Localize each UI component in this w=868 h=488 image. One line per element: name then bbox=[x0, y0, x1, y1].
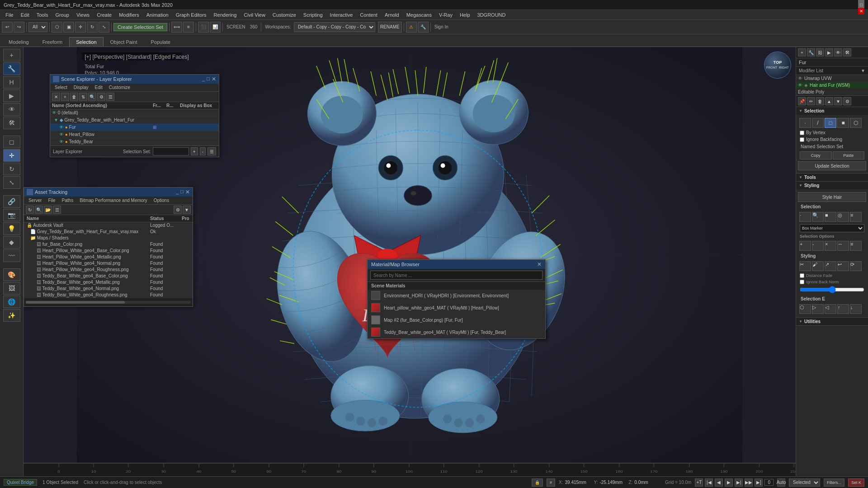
mat-teddy[interactable]: Teddy_Bear_white_geo4_MAT ( VRayMtl ) [F… bbox=[368, 326, 545, 338]
motion-icon[interactable]: ▶ bbox=[3, 89, 20, 102]
hierarchy-icon[interactable]: H bbox=[3, 76, 20, 89]
asset-btn2[interactable]: 🔍 bbox=[35, 206, 43, 214]
move-down-modifier[interactable]: ▼ bbox=[834, 97, 842, 105]
rp-tool3[interactable]: ⛓ bbox=[816, 48, 824, 56]
sele-btn5[interactable]: ↓ bbox=[850, 304, 862, 314]
stsel-btn2[interactable]: 🔍 bbox=[812, 212, 824, 222]
move-up-modifier[interactable]: ▲ bbox=[825, 97, 833, 105]
menu-content[interactable]: Content bbox=[356, 11, 381, 19]
material-icon[interactable]: 🎨 bbox=[3, 268, 20, 281]
stbot-btn5[interactable]: ⟳ bbox=[850, 261, 862, 271]
by-vertex-check[interactable] bbox=[800, 131, 804, 135]
menu-create[interactable]: Create bbox=[93, 11, 115, 19]
menu-arnold[interactable]: Arnold bbox=[381, 11, 403, 19]
options-btn[interactable]: ☰ bbox=[106, 93, 114, 101]
asset-tracking-title[interactable]: Asset Tracking _ □ ✕ bbox=[24, 188, 193, 197]
stbot-btn3[interactable]: ↗ bbox=[825, 261, 836, 271]
menu-tools[interactable]: Tools bbox=[33, 11, 52, 19]
mat-fur-map[interactable]: Map #2 (fur_Base_Color.png) [Fur, Fur] bbox=[368, 314, 545, 326]
set-key-btn[interactable]: Set K bbox=[848, 479, 864, 487]
asset-paths[interactable]: Paths bbox=[59, 197, 76, 203]
asset-bitmap[interactable]: Bitmap Performance and Memory bbox=[77, 197, 150, 203]
align-btn[interactable]: ≡ bbox=[183, 22, 194, 33]
env-icon[interactable]: 🌐 bbox=[3, 296, 20, 308]
filter-btn[interactable]: 🔍 bbox=[88, 93, 96, 101]
asset-teddy-roughness[interactable]: 🖼 Teddy_Bear_White_geo4_Roughness.png Fo… bbox=[24, 292, 193, 298]
timeline[interactable]: 0 10 20 30 40 50 60 70 bbox=[24, 463, 796, 476]
modifier-list-header[interactable]: Modifier List ▼ bbox=[796, 67, 868, 75]
mat-close[interactable]: ✕ bbox=[537, 261, 542, 267]
toolbar-redo[interactable]: ↪ bbox=[14, 22, 24, 33]
stsel-btn1[interactable]: · bbox=[799, 212, 811, 222]
menu-vray[interactable]: V-Ray bbox=[435, 11, 456, 19]
sele-btn2[interactable]: ▷ bbox=[812, 304, 824, 314]
scene-explorer-title[interactable]: Scene Explorer - Layer Explorer _ □ ✕ bbox=[50, 75, 219, 84]
sel-set-options[interactable]: ☰ bbox=[208, 147, 216, 155]
asset-config[interactable]: ⚙ bbox=[174, 206, 182, 214]
modifier-editable-poly[interactable]: Editable Poly bbox=[796, 89, 868, 95]
spline-icon[interactable]: 〰 bbox=[3, 249, 20, 262]
asset-fur-base[interactable]: 🖼 fur_Base_Color.png Found bbox=[24, 241, 193, 248]
stsel-btn4[interactable]: ◎ bbox=[837, 212, 849, 222]
asset-teddy-normal[interactable]: 🖼 Teddy_Bear_White_geo4_Normal.png Found bbox=[24, 286, 193, 292]
asset-heart-normal[interactable]: 🖼 Heart_Pillow_White_geo4_Normal.png Fou… bbox=[24, 260, 193, 267]
sel-border-btn[interactable]: □ bbox=[825, 118, 836, 128]
asset-scrollbar[interactable] bbox=[24, 298, 193, 306]
delete-modifier[interactable]: 🗑 bbox=[816, 97, 824, 105]
layer-teddy-bear[interactable]: 👁 ● Teddy_Bear bbox=[50, 138, 219, 145]
asset-close[interactable]: ✕ bbox=[185, 189, 190, 195]
select-scale[interactable]: ⤡ bbox=[99, 22, 109, 33]
rp-tool4[interactable]: ▶ bbox=[825, 48, 833, 56]
sele-btn3[interactable]: ◁ bbox=[825, 304, 836, 314]
style-hair-btn[interactable]: Style Hair bbox=[798, 192, 866, 202]
layer-default[interactable]: 👁 0 (default) bbox=[50, 109, 219, 117]
config-btn[interactable]: ⚙ bbox=[97, 93, 105, 101]
navigation-cube[interactable]: TOPFRONT RIGHT bbox=[764, 52, 791, 79]
select-region[interactable]: ▣ bbox=[63, 22, 74, 33]
filters-btn[interactable]: Filters... bbox=[824, 479, 844, 487]
copy-sel-btn[interactable]: Copy bbox=[800, 151, 832, 160]
menu-select[interactable]: Select bbox=[52, 84, 70, 90]
add-layer-btn[interactable]: + bbox=[61, 93, 69, 101]
rp-tool6[interactable]: 🛠 bbox=[843, 48, 851, 56]
menu-views[interactable]: Views bbox=[73, 11, 93, 19]
selection-header[interactable]: Selection bbox=[796, 107, 868, 115]
auto-btn[interactable]: Auto bbox=[777, 479, 785, 487]
warning-btn[interactable]: ⚠ bbox=[406, 22, 417, 33]
menu-edit[interactable]: Edit bbox=[17, 11, 33, 19]
ignore-backfacing-check[interactable] bbox=[800, 137, 804, 142]
selopt-btn4[interactable]: ↔ bbox=[837, 241, 849, 251]
sel-edge-btn[interactable]: / bbox=[812, 118, 824, 128]
stsel-btn3[interactable]: ■ bbox=[825, 212, 836, 222]
sel-poly-btn[interactable]: ■ bbox=[837, 118, 849, 128]
grid-status[interactable]: # bbox=[547, 479, 555, 487]
fx-icon[interactable]: ✨ bbox=[3, 309, 20, 322]
hairfur-visibility[interactable]: 👁 bbox=[798, 83, 802, 88]
pin-icon[interactable]: 📌 bbox=[798, 97, 806, 105]
stsel-btn5[interactable]: ≡ bbox=[850, 212, 862, 222]
scene-btn[interactable]: 🔧 bbox=[418, 22, 429, 33]
select-object[interactable]: ⬡ bbox=[52, 22, 62, 33]
selection-set-input[interactable] bbox=[153, 147, 189, 155]
dist-fade-check[interactable] bbox=[800, 273, 804, 278]
asset-server[interactable]: Server bbox=[26, 197, 44, 203]
sele-btn1[interactable]: ⬡ bbox=[799, 304, 811, 314]
create-selection-set-button[interactable]: Create Selection Set bbox=[113, 23, 167, 31]
snap-icon[interactable]: 🔗 bbox=[3, 195, 20, 208]
rp-tool2[interactable]: 🔧 bbox=[807, 48, 815, 56]
unwrap-visibility[interactable]: 👁 bbox=[798, 76, 802, 81]
utilities-header[interactable]: Utilities bbox=[796, 318, 868, 325]
modifier-hair-fur[interactable]: 👁 ◈ Hair and Fur (WSM) bbox=[796, 82, 868, 89]
menu-group[interactable]: Group bbox=[52, 11, 73, 19]
scene-explorer-restore[interactable]: □ bbox=[207, 76, 210, 82]
layer-heart-pillow[interactable]: 👁 ● Heart_Pillow bbox=[50, 131, 219, 138]
selopt-btn5[interactable]: ≡ bbox=[850, 241, 862, 251]
asset-teddy-base[interactable]: 🖼 Teddy_Bear_White_geo4_Base_Color.png F… bbox=[24, 273, 193, 279]
modifier-unwrap[interactable]: 👁 Unwrap UVW bbox=[796, 75, 868, 82]
asset-vault[interactable]: 🔒 Autodesk Vault Logged O... bbox=[24, 222, 193, 229]
asset-heart-roughness[interactable]: 🖼 Heart_Pillow_White_geo4_Roughness.png … bbox=[24, 267, 193, 273]
menu-file[interactable]: File bbox=[2, 11, 17, 19]
menu-customize[interactable]: Customize bbox=[269, 11, 300, 19]
menu-graph-editors[interactable]: Graph Editors bbox=[172, 11, 210, 19]
delete-btn[interactable]: 🗑 bbox=[70, 93, 78, 101]
